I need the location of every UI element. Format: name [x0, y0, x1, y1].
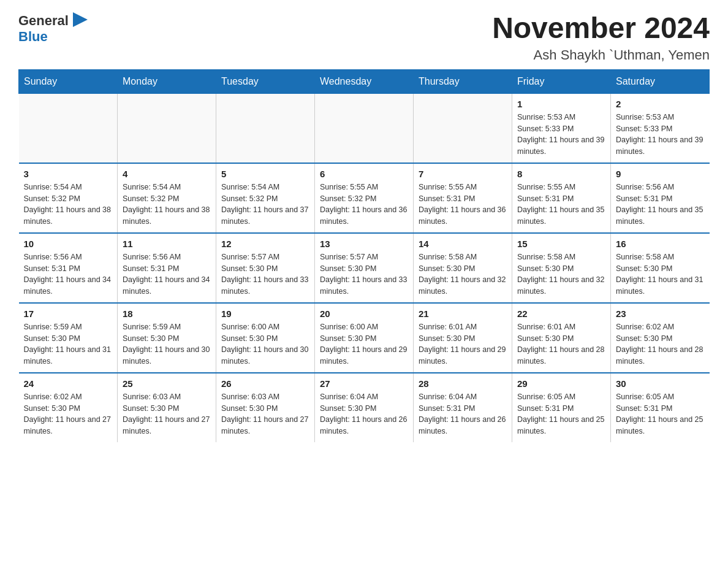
- table-row: 4Sunrise: 5:54 AMSunset: 5:32 PMDaylight…: [118, 163, 216, 233]
- header-monday: Monday: [118, 69, 216, 93]
- header-saturday: Saturday: [611, 69, 710, 93]
- day-number: 13: [320, 239, 408, 249]
- calendar-week-row: 17Sunrise: 5:59 AMSunset: 5:30 PMDayligh…: [19, 303, 710, 373]
- calendar-table: Sunday Monday Tuesday Wednesday Thursday…: [18, 69, 710, 442]
- table-row: 9Sunrise: 5:56 AMSunset: 5:31 PMDaylight…: [611, 163, 710, 233]
- table-row: 7Sunrise: 5:55 AMSunset: 5:31 PMDaylight…: [414, 163, 512, 233]
- day-number: 25: [123, 378, 211, 389]
- day-info: Sunrise: 6:05 AMSunset: 5:31 PMDaylight:…: [616, 391, 705, 437]
- table-row: 14Sunrise: 5:58 AMSunset: 5:30 PMDayligh…: [414, 233, 512, 303]
- table-row: 20Sunrise: 6:00 AMSunset: 5:30 PMDayligh…: [315, 303, 414, 373]
- day-number: 7: [419, 169, 507, 179]
- day-number: 12: [221, 239, 309, 249]
- day-number: 4: [123, 169, 211, 179]
- day-info: Sunrise: 6:00 AMSunset: 5:30 PMDaylight:…: [320, 321, 408, 367]
- table-row: [216, 93, 315, 163]
- day-info: Sunrise: 5:55 AMSunset: 5:32 PMDaylight:…: [320, 182, 408, 228]
- header-wednesday: Wednesday: [315, 69, 414, 93]
- header-friday: Friday: [512, 69, 611, 93]
- day-number: 2: [616, 99, 705, 109]
- calendar-week-row: 10Sunrise: 5:56 AMSunset: 5:31 PMDayligh…: [19, 233, 710, 303]
- day-number: 1: [517, 99, 605, 109]
- table-row: 10Sunrise: 5:56 AMSunset: 5:31 PMDayligh…: [19, 233, 118, 303]
- table-row: [19, 93, 118, 163]
- table-row: 26Sunrise: 6:03 AMSunset: 5:30 PMDayligh…: [216, 373, 315, 442]
- logo-general-text: General: [18, 13, 69, 28]
- day-number: 19: [221, 308, 309, 319]
- logo-wrapper: General Blue: [18, 12, 90, 44]
- header-tuesday: Tuesday: [216, 69, 315, 93]
- day-number: 9: [616, 169, 705, 179]
- table-row: 18Sunrise: 5:59 AMSunset: 5:30 PMDayligh…: [118, 303, 216, 373]
- logo-top: General: [18, 12, 90, 29]
- day-number: 17: [24, 308, 113, 319]
- main-title: November 2024: [492, 12, 710, 45]
- header-row: Sunday Monday Tuesday Wednesday Thursday…: [19, 69, 710, 93]
- table-row: 25Sunrise: 6:03 AMSunset: 5:30 PMDayligh…: [118, 373, 216, 442]
- logo: General Blue: [18, 12, 90, 44]
- day-number: 18: [123, 308, 211, 319]
- day-info: Sunrise: 5:57 AMSunset: 5:30 PMDaylight:…: [221, 251, 309, 297]
- day-number: 8: [517, 169, 605, 179]
- day-info: Sunrise: 5:53 AMSunset: 5:33 PMDaylight:…: [616, 112, 705, 158]
- logo-blue-text: Blue: [18, 29, 90, 44]
- day-number: 21: [419, 308, 507, 319]
- subtitle: Ash Shaykh `Uthman, Yemen: [492, 47, 710, 63]
- table-row: [118, 93, 216, 163]
- day-info: Sunrise: 6:02 AMSunset: 5:30 PMDaylight:…: [616, 321, 705, 367]
- table-row: 5Sunrise: 5:54 AMSunset: 5:32 PMDaylight…: [216, 163, 315, 233]
- day-info: Sunrise: 5:55 AMSunset: 5:31 PMDaylight:…: [517, 182, 605, 228]
- table-row: 29Sunrise: 6:05 AMSunset: 5:31 PMDayligh…: [512, 373, 611, 442]
- table-row: 15Sunrise: 5:58 AMSunset: 5:30 PMDayligh…: [512, 233, 611, 303]
- day-info: Sunrise: 5:56 AMSunset: 5:31 PMDaylight:…: [24, 251, 113, 297]
- table-row: [315, 93, 414, 163]
- day-number: 14: [419, 239, 507, 249]
- svg-marker-0: [73, 12, 88, 27]
- calendar-body: 1Sunrise: 5:53 AMSunset: 5:33 PMDaylight…: [19, 93, 710, 442]
- table-row: 13Sunrise: 5:57 AMSunset: 5:30 PMDayligh…: [315, 233, 414, 303]
- day-info: Sunrise: 5:54 AMSunset: 5:32 PMDaylight:…: [123, 182, 211, 228]
- table-row: 24Sunrise: 6:02 AMSunset: 5:30 PMDayligh…: [19, 373, 118, 442]
- table-row: 3Sunrise: 5:54 AMSunset: 5:32 PMDaylight…: [19, 163, 118, 233]
- table-row: 28Sunrise: 6:04 AMSunset: 5:31 PMDayligh…: [414, 373, 512, 442]
- logo-arrow-icon: [70, 10, 90, 29]
- day-info: Sunrise: 5:55 AMSunset: 5:31 PMDaylight:…: [419, 182, 507, 228]
- day-info: Sunrise: 5:56 AMSunset: 5:31 PMDaylight:…: [616, 182, 705, 228]
- table-row: 16Sunrise: 5:58 AMSunset: 5:30 PMDayligh…: [611, 233, 710, 303]
- day-number: 22: [517, 308, 605, 319]
- header-thursday: Thursday: [414, 69, 512, 93]
- day-number: 23: [616, 308, 705, 319]
- day-info: Sunrise: 6:03 AMSunset: 5:30 PMDaylight:…: [123, 391, 211, 437]
- table-row: 12Sunrise: 5:57 AMSunset: 5:30 PMDayligh…: [216, 233, 315, 303]
- day-number: 27: [320, 378, 408, 389]
- day-info: Sunrise: 5:57 AMSunset: 5:30 PMDaylight:…: [320, 251, 408, 297]
- page-header: General Blue November 2024 Ash Shaykh `U…: [18, 12, 710, 63]
- day-number: 28: [419, 378, 507, 389]
- day-info: Sunrise: 5:58 AMSunset: 5:30 PMDaylight:…: [419, 251, 507, 297]
- table-row: [414, 93, 512, 163]
- calendar-week-row: 3Sunrise: 5:54 AMSunset: 5:32 PMDaylight…: [19, 163, 710, 233]
- day-info: Sunrise: 6:02 AMSunset: 5:30 PMDaylight:…: [24, 391, 113, 437]
- day-info: Sunrise: 6:01 AMSunset: 5:30 PMDaylight:…: [419, 321, 507, 367]
- day-number: 30: [616, 378, 705, 389]
- table-row: 8Sunrise: 5:55 AMSunset: 5:31 PMDaylight…: [512, 163, 611, 233]
- day-info: Sunrise: 5:56 AMSunset: 5:31 PMDaylight:…: [123, 251, 211, 297]
- day-info: Sunrise: 6:03 AMSunset: 5:30 PMDaylight:…: [221, 391, 309, 437]
- day-number: 24: [24, 378, 113, 389]
- calendar-week-row: 24Sunrise: 6:02 AMSunset: 5:30 PMDayligh…: [19, 373, 710, 442]
- day-info: Sunrise: 6:00 AMSunset: 5:30 PMDaylight:…: [221, 321, 309, 367]
- table-row: 2Sunrise: 5:53 AMSunset: 5:33 PMDaylight…: [611, 93, 710, 163]
- table-row: 11Sunrise: 5:56 AMSunset: 5:31 PMDayligh…: [118, 233, 216, 303]
- day-info: Sunrise: 6:01 AMSunset: 5:30 PMDaylight:…: [517, 321, 605, 367]
- table-row: 6Sunrise: 5:55 AMSunset: 5:32 PMDaylight…: [315, 163, 414, 233]
- table-row: 19Sunrise: 6:00 AMSunset: 5:30 PMDayligh…: [216, 303, 315, 373]
- day-info: Sunrise: 5:58 AMSunset: 5:30 PMDaylight:…: [616, 251, 705, 297]
- day-number: 15: [517, 239, 605, 249]
- day-info: Sunrise: 5:54 AMSunset: 5:32 PMDaylight:…: [221, 182, 309, 228]
- day-number: 16: [616, 239, 705, 249]
- table-row: 21Sunrise: 6:01 AMSunset: 5:30 PMDayligh…: [414, 303, 512, 373]
- day-info: Sunrise: 5:59 AMSunset: 5:30 PMDaylight:…: [123, 321, 211, 367]
- day-number: 10: [24, 239, 113, 249]
- table-row: 23Sunrise: 6:02 AMSunset: 5:30 PMDayligh…: [611, 303, 710, 373]
- table-row: 30Sunrise: 6:05 AMSunset: 5:31 PMDayligh…: [611, 373, 710, 442]
